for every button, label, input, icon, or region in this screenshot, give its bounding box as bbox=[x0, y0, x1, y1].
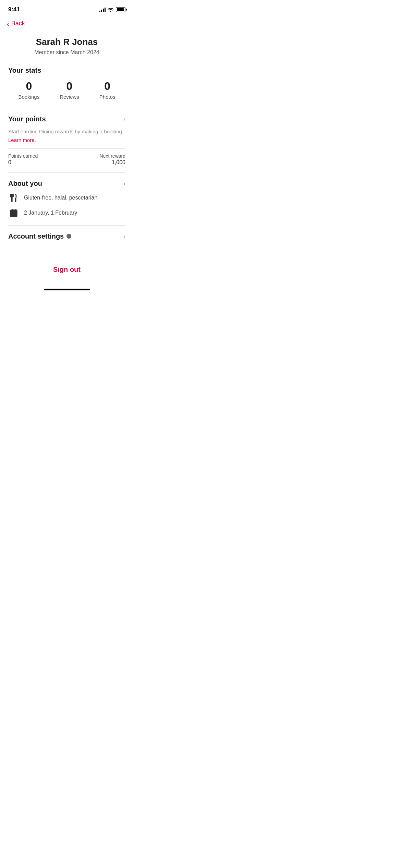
reviews-value: 0 bbox=[66, 80, 73, 93]
points-section: Your points › Start earning Dining rewar… bbox=[0, 108, 134, 172]
bookings-label: Bookings bbox=[18, 94, 39, 100]
about-section: About you › Gluten-free, halal, pescetar… bbox=[0, 173, 134, 225]
photos-stat: 0 Photos bbox=[99, 80, 116, 100]
points-labels: Points earned 0 Next reward 1,000 bbox=[8, 153, 125, 166]
points-chevron-icon: › bbox=[123, 116, 125, 123]
bookings-value: 0 bbox=[26, 80, 32, 93]
reviews-stat: 0 Reviews bbox=[60, 80, 79, 100]
sign-out-container: Sign out bbox=[0, 252, 134, 283]
status-icons bbox=[99, 7, 125, 12]
account-settings-header[interactable]: Account settings › bbox=[8, 232, 125, 240]
stats-section-title: Your stats bbox=[0, 67, 134, 74]
notification-dot bbox=[66, 234, 71, 239]
signal-icon bbox=[99, 7, 106, 12]
photos-value: 0 bbox=[104, 80, 110, 93]
fork-knife-icon bbox=[8, 192, 19, 203]
svg-rect-1 bbox=[10, 210, 17, 217]
next-reward-label: Next reward bbox=[100, 153, 125, 159]
stats-section: Your stats 0 Bookings 0 Reviews 0 Photos bbox=[0, 64, 134, 108]
account-settings-title: Account settings bbox=[8, 232, 64, 240]
account-settings-chevron-icon: › bbox=[123, 233, 125, 240]
calendar-icon bbox=[8, 207, 19, 218]
home-bar bbox=[44, 289, 90, 290]
battery-icon bbox=[116, 7, 125, 12]
stats-row: 0 Bookings 0 Reviews 0 Photos bbox=[0, 80, 134, 100]
next-reward-section: Next reward 1,000 bbox=[100, 153, 125, 166]
next-reward-value: 1,000 bbox=[112, 159, 125, 166]
about-section-header[interactable]: About you › bbox=[8, 180, 125, 188]
bookings-stat: 0 Bookings bbox=[18, 80, 39, 100]
home-indicator bbox=[0, 283, 134, 293]
photos-label: Photos bbox=[99, 94, 116, 100]
dietary-item: Gluten-free, halal, pescetarian bbox=[8, 192, 125, 203]
dietary-text: Gluten-free, halal, pescetarian bbox=[24, 195, 97, 201]
account-settings-section[interactable]: Account settings › bbox=[0, 226, 134, 252]
profile-section: Sarah R Jonas Member since March 2024 bbox=[0, 31, 134, 64]
profile-name: Sarah R Jonas bbox=[8, 37, 125, 47]
points-earned-value: 0 bbox=[8, 159, 38, 166]
points-description: Start earning Dining rewards by making a… bbox=[8, 128, 125, 136]
back-button[interactable]: ‹ Back bbox=[0, 17, 134, 31]
reviews-label: Reviews bbox=[60, 94, 79, 100]
points-earned-label: Points earned bbox=[8, 153, 38, 159]
back-chevron-icon: ‹ bbox=[7, 20, 9, 27]
dates-item: 2 January, 1 February bbox=[8, 207, 125, 218]
status-bar: 9:41 bbox=[0, 0, 134, 17]
about-section-title: About you bbox=[8, 180, 42, 188]
points-progress-bar bbox=[8, 148, 125, 149]
about-chevron-icon: › bbox=[123, 180, 125, 187]
points-section-header[interactable]: Your points › bbox=[8, 115, 125, 123]
dates-text: 2 January, 1 February bbox=[24, 210, 77, 216]
back-label: Back bbox=[11, 20, 25, 27]
wifi-icon bbox=[108, 7, 114, 12]
points-section-title: Your points bbox=[8, 115, 46, 123]
sign-out-button[interactable]: Sign out bbox=[45, 263, 89, 276]
points-earned-section: Points earned 0 bbox=[8, 153, 38, 166]
about-items: Gluten-free, halal, pescetarian 2 Januar… bbox=[8, 192, 125, 218]
learn-more-link[interactable]: Learn more. bbox=[8, 137, 125, 143]
profile-member-since: Member since March 2024 bbox=[8, 49, 125, 56]
status-time: 9:41 bbox=[8, 6, 20, 13]
